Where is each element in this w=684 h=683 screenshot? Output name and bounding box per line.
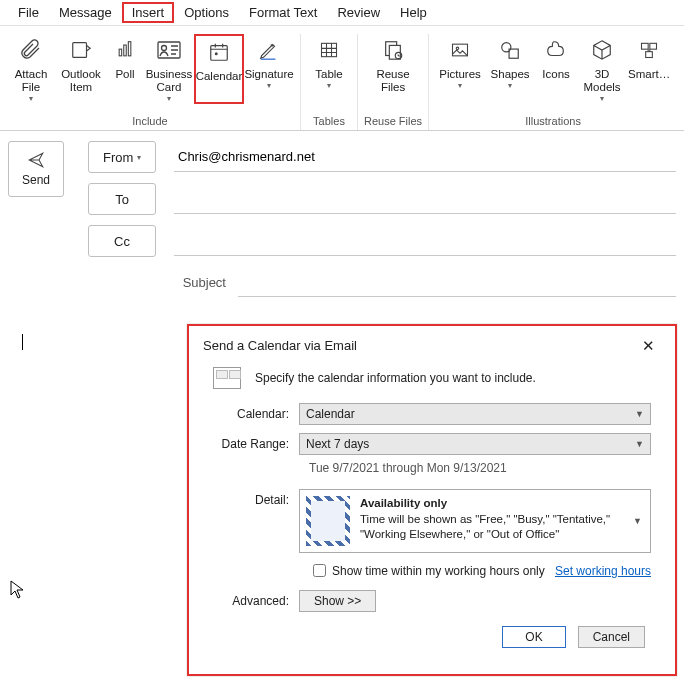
close-button[interactable]: ✕ <box>636 336 661 355</box>
outlook-item-label: OutlookItem <box>61 68 101 98</box>
cc-button[interactable]: Cc <box>88 225 156 257</box>
group-include: AttachFile▾ OutlookItem Poll BusinessCar… <box>0 34 301 130</box>
detail-description: Time will be shown as "Free," "Busy," "T… <box>360 513 610 541</box>
group-tables-label: Tables <box>313 115 345 127</box>
ok-button[interactable]: OK <box>502 626 565 648</box>
svg-point-13 <box>456 47 459 50</box>
attach-file-label: AttachFile <box>15 68 48 94</box>
svg-point-5 <box>162 46 167 51</box>
signature-icon <box>255 36 283 64</box>
smartart-icon <box>635 36 663 64</box>
dialog-subtitle: Specify the calendar information you wan… <box>255 371 536 385</box>
3d-models-button[interactable]: 3DModels▾ <box>577 34 627 100</box>
calendar-button[interactable]: Calendar <box>194 34 244 104</box>
group-illustrations: Pictures▾ Shapes▾ Icons 3DModels▾ Smart…… <box>429 34 677 130</box>
calendar-dialog-icon <box>213 367 241 389</box>
reuse-files-button[interactable]: ReuseFiles <box>369 34 417 100</box>
svg-rect-1 <box>119 49 122 56</box>
pictures-button[interactable]: Pictures▾ <box>435 34 485 100</box>
reuse-files-icon <box>379 36 407 64</box>
calendar-label: Calendar <box>196 70 243 100</box>
table-icon <box>315 36 343 64</box>
outlook-item-button[interactable]: OutlookItem <box>56 34 106 100</box>
menu-help[interactable]: Help <box>390 2 437 23</box>
to-button[interactable]: To <box>88 183 156 215</box>
poll-button[interactable]: Poll <box>106 34 144 100</box>
business-card-label: BusinessCard <box>146 68 193 94</box>
detail-thumbnail-icon <box>306 496 350 546</box>
reuse-files-label: ReuseFiles <box>376 68 409 98</box>
svg-rect-16 <box>642 43 649 49</box>
group-reuse: ReuseFiles Reuse Files <box>358 34 429 130</box>
svg-rect-15 <box>509 49 518 58</box>
menu-file[interactable]: File <box>8 2 49 23</box>
group-include-label: Include <box>132 115 167 127</box>
attach-file-button[interactable]: AttachFile▾ <box>6 34 56 100</box>
from-field[interactable] <box>174 142 676 172</box>
poll-label: Poll <box>115 68 134 98</box>
cancel-button[interactable]: Cancel <box>578 626 645 648</box>
icons-button[interactable]: Icons <box>535 34 577 100</box>
chevron-down-icon: ▼ <box>635 409 644 419</box>
svg-rect-0 <box>73 43 87 58</box>
svg-rect-2 <box>124 45 127 56</box>
chevron-down-icon: ▼ <box>635 439 644 449</box>
menu-bar: File Message Insert Options Format Text … <box>0 0 684 26</box>
date-range-select[interactable]: Next 7 days▼ <box>299 433 651 455</box>
svg-rect-3 <box>128 42 131 56</box>
detail-select[interactable]: Availability only Time will be shown as … <box>299 489 651 553</box>
svg-rect-6 <box>211 46 228 61</box>
menu-review[interactable]: Review <box>327 2 390 23</box>
date-range-label: Date Range: <box>213 437 299 451</box>
table-label: Table <box>315 68 343 81</box>
to-field[interactable] <box>174 184 676 214</box>
ribbon: AttachFile▾ OutlookItem Poll BusinessCar… <box>0 26 684 131</box>
show-advanced-button[interactable]: Show >> <box>299 590 376 612</box>
smartart-label: Smart… <box>628 68 670 98</box>
group-tables: Table▾ Tables <box>301 34 358 130</box>
group-reuse-label: Reuse Files <box>364 115 422 127</box>
working-hours-checkbox[interactable] <box>313 564 326 577</box>
shapes-icon <box>496 36 524 64</box>
calendar-icon <box>205 38 233 66</box>
smartart-button[interactable]: Smart… <box>627 34 671 100</box>
group-illustrations-label: Illustrations <box>525 115 581 127</box>
send-button[interactable]: Send <box>8 141 64 197</box>
working-hours-label: Show time within my working hours only <box>332 564 545 578</box>
shapes-button[interactable]: Shapes▾ <box>485 34 535 100</box>
send-label: Send <box>22 173 50 187</box>
subject-field[interactable] <box>238 267 676 297</box>
business-card-icon <box>155 36 183 64</box>
chevron-down-icon: ▼ <box>633 516 642 526</box>
from-button[interactable]: From ▾ <box>88 141 156 173</box>
advanced-label: Advanced: <box>213 594 299 608</box>
detail-title: Availability only <box>360 497 447 509</box>
business-card-button[interactable]: BusinessCard▾ <box>144 34 194 100</box>
paperclip-icon <box>17 36 45 64</box>
menu-options[interactable]: Options <box>174 2 239 23</box>
calendar-select-label: Calendar: <box>213 407 299 421</box>
compose-area: Send From ▾ To Cc Subject <box>0 141 684 307</box>
poll-icon <box>111 36 139 64</box>
set-working-hours-link[interactable]: Set working hours <box>555 564 651 578</box>
menu-insert[interactable]: Insert <box>122 2 175 23</box>
dialog-title: Send a Calendar via Email <box>203 338 357 353</box>
cube-icon <box>588 36 616 64</box>
signature-button[interactable]: Signature▾ <box>244 34 294 100</box>
shapes-label: Shapes <box>491 68 530 81</box>
menu-format-text[interactable]: Format Text <box>239 2 327 23</box>
outlook-item-icon <box>67 36 95 64</box>
pictures-label: Pictures <box>439 68 481 81</box>
calendar-select[interactable]: Calendar▼ <box>299 403 651 425</box>
subject-label: Subject <box>88 275 238 290</box>
send-calendar-dialog: Send a Calendar via Email ✕ Specify the … <box>187 324 677 676</box>
svg-point-7 <box>215 53 217 55</box>
svg-rect-17 <box>650 43 657 49</box>
cc-field[interactable] <box>174 226 676 256</box>
table-button[interactable]: Table▾ <box>307 34 351 100</box>
date-range-hint: Tue 9/7/2021 through Mon 9/13/2021 <box>309 461 651 475</box>
svg-rect-18 <box>646 52 653 58</box>
pictures-icon <box>446 36 474 64</box>
svg-rect-8 <box>322 43 337 56</box>
menu-message[interactable]: Message <box>49 2 122 23</box>
